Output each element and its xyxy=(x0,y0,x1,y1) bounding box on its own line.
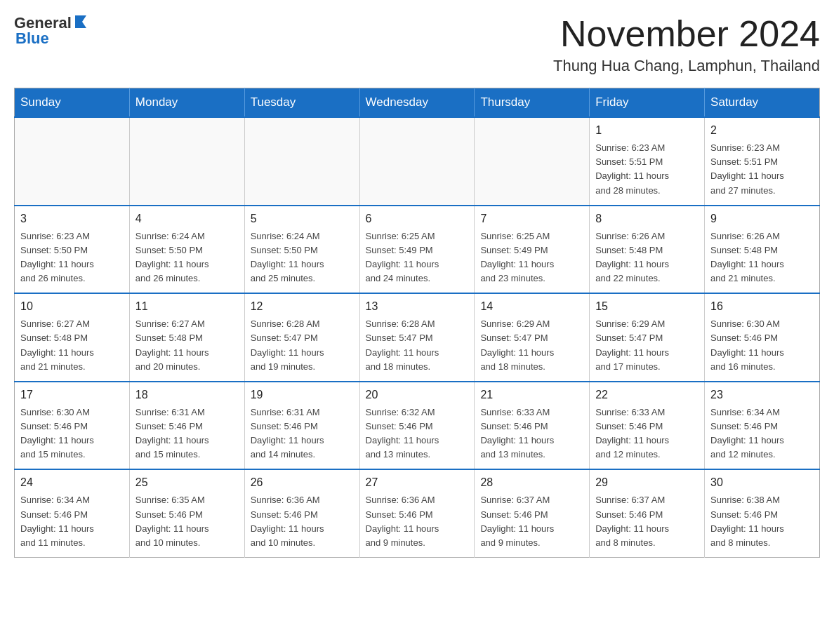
day-number: 1 xyxy=(595,122,699,139)
calendar-cell-1-2: 5Sunrise: 6:24 AMSunset: 5:50 PMDaylight… xyxy=(244,206,359,294)
calendar-cell-3-2: 19Sunrise: 6:31 AMSunset: 5:46 PMDayligh… xyxy=(244,382,359,470)
day-number: 16 xyxy=(710,298,814,315)
day-number: 30 xyxy=(710,474,814,491)
weekday-header-tuesday: Tuesday xyxy=(244,88,359,118)
calendar-body: 1Sunrise: 6:23 AMSunset: 5:51 PMDaylight… xyxy=(15,117,820,557)
day-info: Sunrise: 6:26 AMSunset: 5:48 PMDaylight:… xyxy=(710,229,814,286)
day-number: 11 xyxy=(135,298,239,315)
calendar-header: SundayMondayTuesdayWednesdayThursdayFrid… xyxy=(15,88,820,118)
calendar-cell-3-6: 23Sunrise: 6:34 AMSunset: 5:46 PMDayligh… xyxy=(705,382,820,470)
calendar-cell-3-4: 21Sunrise: 6:33 AMSunset: 5:46 PMDayligh… xyxy=(475,382,590,470)
day-number: 5 xyxy=(251,210,354,227)
calendar-cell-0-3 xyxy=(359,117,475,206)
calendar-cell-4-6: 30Sunrise: 6:38 AMSunset: 5:46 PMDayligh… xyxy=(705,469,820,557)
day-info: Sunrise: 6:31 AMSunset: 5:46 PMDaylight:… xyxy=(251,405,354,462)
day-number: 3 xyxy=(20,210,124,227)
calendar-cell-4-4: 28Sunrise: 6:37 AMSunset: 5:46 PMDayligh… xyxy=(475,469,590,557)
day-info: Sunrise: 6:37 AMSunset: 5:46 PMDaylight:… xyxy=(480,493,583,550)
day-info: Sunrise: 6:33 AMSunset: 5:46 PMDaylight:… xyxy=(595,405,699,462)
day-info: Sunrise: 6:30 AMSunset: 5:46 PMDaylight:… xyxy=(20,405,124,462)
calendar-cell-0-6: 2Sunrise: 6:23 AMSunset: 5:51 PMDaylight… xyxy=(705,117,820,206)
day-number: 13 xyxy=(366,298,469,315)
calendar-cell-1-0: 3Sunrise: 6:23 AMSunset: 5:50 PMDaylight… xyxy=(15,206,130,294)
calendar-cell-1-4: 7Sunrise: 6:25 AMSunset: 5:49 PMDaylight… xyxy=(475,206,590,294)
day-info: Sunrise: 6:34 AMSunset: 5:46 PMDaylight:… xyxy=(710,405,814,462)
calendar-cell-2-6: 16Sunrise: 6:30 AMSunset: 5:46 PMDayligh… xyxy=(705,293,820,382)
day-info: Sunrise: 6:37 AMSunset: 5:46 PMDaylight:… xyxy=(595,493,699,550)
month-title: November 2024 xyxy=(553,14,820,54)
logo-wordmark: General Blue xyxy=(14,14,89,48)
calendar-week-5: 24Sunrise: 6:34 AMSunset: 5:46 PMDayligh… xyxy=(15,469,820,557)
day-info: Sunrise: 6:34 AMSunset: 5:46 PMDaylight:… xyxy=(20,493,124,550)
day-number: 25 xyxy=(135,474,239,491)
calendar-cell-4-0: 24Sunrise: 6:34 AMSunset: 5:46 PMDayligh… xyxy=(15,469,130,557)
logo-flag-icon xyxy=(74,14,89,29)
calendar-cell-0-1 xyxy=(129,117,244,206)
day-info: Sunrise: 6:36 AMSunset: 5:46 PMDaylight:… xyxy=(251,493,354,550)
calendar-cell-2-4: 14Sunrise: 6:29 AMSunset: 5:47 PMDayligh… xyxy=(475,293,590,382)
day-info: Sunrise: 6:24 AMSunset: 5:50 PMDaylight:… xyxy=(135,229,239,286)
calendar-cell-3-3: 20Sunrise: 6:32 AMSunset: 5:46 PMDayligh… xyxy=(359,382,475,470)
day-info: Sunrise: 6:27 AMSunset: 5:48 PMDaylight:… xyxy=(20,317,124,374)
weekday-header-row: SundayMondayTuesdayWednesdayThursdayFrid… xyxy=(15,88,820,118)
page-header: General Blue November 2024 Thung Hua Cha… xyxy=(14,14,820,75)
calendar-cell-2-2: 12Sunrise: 6:28 AMSunset: 5:47 PMDayligh… xyxy=(244,293,359,382)
day-number: 8 xyxy=(595,210,699,227)
day-info: Sunrise: 6:27 AMSunset: 5:48 PMDaylight:… xyxy=(135,317,239,374)
day-number: 28 xyxy=(480,474,583,491)
day-number: 12 xyxy=(251,298,354,315)
day-info: Sunrise: 6:25 AMSunset: 5:49 PMDaylight:… xyxy=(480,229,583,286)
calendar-table: SundayMondayTuesdayWednesdayThursdayFrid… xyxy=(14,88,820,558)
weekday-header-monday: Monday xyxy=(129,88,244,118)
logo: General Blue xyxy=(14,14,89,48)
day-info: Sunrise: 6:30 AMSunset: 5:46 PMDaylight:… xyxy=(710,317,814,374)
day-info: Sunrise: 6:23 AMSunset: 5:50 PMDaylight:… xyxy=(20,229,124,286)
weekday-header-sunday: Sunday xyxy=(15,88,130,118)
title-block: November 2024 Thung Hua Chang, Lamphun, … xyxy=(553,14,820,75)
day-info: Sunrise: 6:23 AMSunset: 5:51 PMDaylight:… xyxy=(595,141,699,198)
day-number: 19 xyxy=(251,387,354,403)
day-info: Sunrise: 6:29 AMSunset: 5:47 PMDaylight:… xyxy=(595,317,699,374)
day-number: 26 xyxy=(251,474,354,491)
calendar-cell-3-1: 18Sunrise: 6:31 AMSunset: 5:46 PMDayligh… xyxy=(129,382,244,470)
calendar-cell-4-2: 26Sunrise: 6:36 AMSunset: 5:46 PMDayligh… xyxy=(244,469,359,557)
day-number: 4 xyxy=(135,210,239,227)
day-info: Sunrise: 6:26 AMSunset: 5:48 PMDaylight:… xyxy=(595,229,699,286)
calendar-cell-2-5: 15Sunrise: 6:29 AMSunset: 5:47 PMDayligh… xyxy=(590,293,705,382)
day-number: 9 xyxy=(710,210,814,227)
day-info: Sunrise: 6:35 AMSunset: 5:46 PMDaylight:… xyxy=(135,493,239,550)
calendar-cell-2-1: 11Sunrise: 6:27 AMSunset: 5:48 PMDayligh… xyxy=(129,293,244,382)
day-number: 23 xyxy=(710,387,814,403)
calendar-week-4: 17Sunrise: 6:30 AMSunset: 5:46 PMDayligh… xyxy=(15,382,820,470)
day-number: 22 xyxy=(595,387,699,403)
day-number: 6 xyxy=(366,210,469,227)
calendar-cell-0-0 xyxy=(15,117,130,206)
day-info: Sunrise: 6:38 AMSunset: 5:46 PMDaylight:… xyxy=(710,493,814,550)
calendar-cell-4-1: 25Sunrise: 6:35 AMSunset: 5:46 PMDayligh… xyxy=(129,469,244,557)
calendar-cell-0-2 xyxy=(244,117,359,206)
day-info: Sunrise: 6:28 AMSunset: 5:47 PMDaylight:… xyxy=(251,317,354,374)
calendar-cell-0-4 xyxy=(475,117,590,206)
day-info: Sunrise: 6:31 AMSunset: 5:46 PMDaylight:… xyxy=(135,405,239,462)
calendar-cell-2-0: 10Sunrise: 6:27 AMSunset: 5:48 PMDayligh… xyxy=(15,293,130,382)
calendar-week-1: 1Sunrise: 6:23 AMSunset: 5:51 PMDaylight… xyxy=(15,117,820,206)
day-info: Sunrise: 6:28 AMSunset: 5:47 PMDaylight:… xyxy=(366,317,469,374)
weekday-header-thursday: Thursday xyxy=(475,88,590,118)
day-number: 7 xyxy=(480,210,583,227)
day-info: Sunrise: 6:23 AMSunset: 5:51 PMDaylight:… xyxy=(710,141,814,198)
day-info: Sunrise: 6:33 AMSunset: 5:46 PMDaylight:… xyxy=(480,405,583,462)
day-info: Sunrise: 6:32 AMSunset: 5:46 PMDaylight:… xyxy=(366,405,469,462)
calendar-cell-4-3: 27Sunrise: 6:36 AMSunset: 5:46 PMDayligh… xyxy=(359,469,475,557)
day-info: Sunrise: 6:24 AMSunset: 5:50 PMDaylight:… xyxy=(251,229,354,286)
calendar-cell-3-0: 17Sunrise: 6:30 AMSunset: 5:46 PMDayligh… xyxy=(15,382,130,470)
day-number: 20 xyxy=(366,387,469,403)
calendar-cell-1-3: 6Sunrise: 6:25 AMSunset: 5:49 PMDaylight… xyxy=(359,206,475,294)
weekday-header-friday: Friday xyxy=(590,88,705,118)
calendar-cell-2-3: 13Sunrise: 6:28 AMSunset: 5:47 PMDayligh… xyxy=(359,293,475,382)
calendar-cell-4-5: 29Sunrise: 6:37 AMSunset: 5:46 PMDayligh… xyxy=(590,469,705,557)
day-number: 21 xyxy=(480,387,583,403)
weekday-header-wednesday: Wednesday xyxy=(359,88,475,118)
calendar-cell-1-1: 4Sunrise: 6:24 AMSunset: 5:50 PMDaylight… xyxy=(129,206,244,294)
calendar-week-3: 10Sunrise: 6:27 AMSunset: 5:48 PMDayligh… xyxy=(15,293,820,382)
day-number: 17 xyxy=(20,387,124,403)
